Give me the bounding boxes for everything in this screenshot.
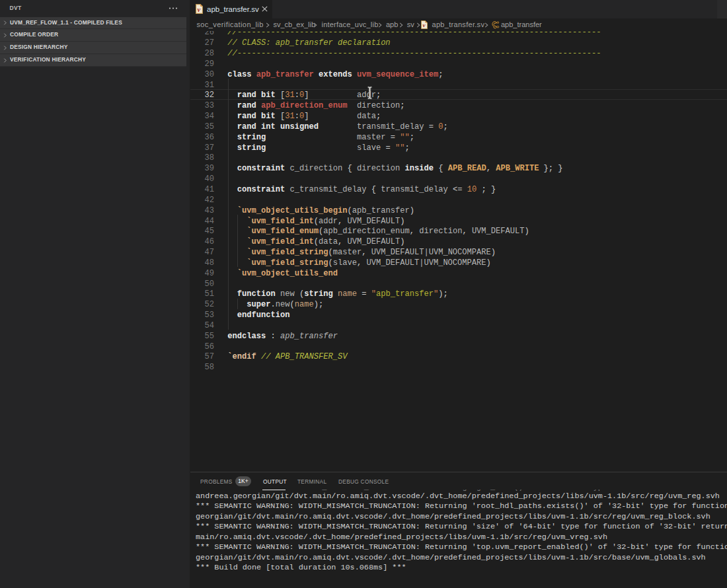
svg-text:v: v xyxy=(198,6,201,13)
